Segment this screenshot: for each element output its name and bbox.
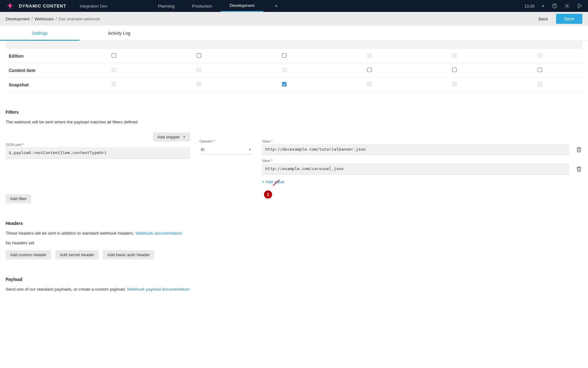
checkbox[interactable] bbox=[452, 68, 457, 72]
add-snippet-button[interactable]: Add snippet ▼ bbox=[153, 132, 190, 142]
nav-more[interactable]: ▼ bbox=[263, 0, 282, 12]
top-right: 13:20 ▼ bbox=[525, 3, 588, 9]
tab-activity-log[interactable]: Activity Log bbox=[79, 26, 159, 40]
filters-title: Filters bbox=[6, 110, 582, 115]
checkbox-disabled bbox=[452, 53, 457, 58]
operator-select[interactable]: In ▼ bbox=[200, 144, 253, 155]
no-headers-text: No headers set bbox=[6, 241, 582, 245]
filters-desc: The webhook will be sent where the paylo… bbox=[6, 120, 582, 124]
row-label: Snapshot bbox=[6, 78, 71, 92]
checkbox-disabled bbox=[367, 82, 372, 86]
webhook-doc-link[interactable]: Webhook documentation bbox=[135, 231, 182, 236]
hub-name[interactable]: Integration Dev bbox=[72, 4, 115, 8]
brand-logo-icon bbox=[6, 2, 14, 10]
crumb-current: Doc example webhook bbox=[59, 17, 100, 21]
value-input-2[interactable] bbox=[262, 163, 569, 174]
checkbox-disabled bbox=[538, 82, 542, 86]
checkbox-checked[interactable] bbox=[282, 82, 286, 86]
logo-area: DYNAMIC CONTENT bbox=[0, 0, 72, 12]
checkbox-disabled bbox=[112, 82, 116, 86]
trash-icon[interactable] bbox=[575, 166, 582, 173]
crumb-dev[interactable]: Development bbox=[6, 17, 30, 21]
logout-icon[interactable] bbox=[577, 3, 582, 9]
checkbox-disabled bbox=[112, 68, 116, 72]
trigger-row-edition: Edition bbox=[6, 49, 582, 63]
headers-title: Headers bbox=[6, 221, 582, 226]
headers-desc: These headers will be sent in addition t… bbox=[6, 231, 582, 236]
json-path-input[interactable] bbox=[6, 147, 190, 158]
trigger-table: ...... Edition Content item Snapshot bbox=[6, 41, 582, 92]
content: ...... Edition Content item Snapshot bbox=[0, 41, 588, 310]
trash-icon[interactable] bbox=[575, 146, 582, 153]
checkbox-disabled bbox=[367, 53, 372, 58]
annotation-badge: 1 bbox=[264, 190, 272, 199]
add-custom-header-button[interactable]: Add custom header bbox=[6, 250, 51, 259]
save-button[interactable]: Save bbox=[556, 14, 582, 24]
sub-tabs: Settings Activity Log bbox=[0, 26, 588, 41]
trigger-row-content-item: Content item bbox=[6, 63, 582, 78]
filter-value-col: Value * Value * + Add value 1 bbox=[262, 139, 582, 184]
add-filter-button[interactable]: Add filter bbox=[6, 194, 31, 203]
row-label: Edition bbox=[6, 49, 71, 63]
tab-settings[interactable]: Settings bbox=[0, 26, 79, 40]
add-value-link[interactable]: + Add value bbox=[262, 179, 284, 184]
nav-production[interactable]: Production bbox=[183, 0, 221, 12]
add-basic-auth-header-button[interactable]: Add basic auth header bbox=[103, 250, 154, 259]
help-icon[interactable] bbox=[552, 3, 557, 9]
payload-desc: Send one of our standard payloads, or cr… bbox=[6, 287, 582, 292]
headers-desc-text: These headers will be sent in addition t… bbox=[6, 231, 135, 236]
chevron-down-icon[interactable]: ▼ bbox=[541, 4, 545, 8]
clock-time: 13:20 bbox=[525, 4, 535, 8]
row-label: Content item bbox=[6, 63, 71, 78]
checkbox[interactable] bbox=[538, 68, 542, 72]
checkbox[interactable] bbox=[282, 53, 286, 58]
back-button[interactable]: Back bbox=[539, 17, 548, 21]
svg-marker-0 bbox=[7, 3, 13, 9]
checkbox-disabled bbox=[197, 68, 201, 72]
checkbox[interactable] bbox=[197, 53, 201, 58]
value-row: Value * bbox=[262, 139, 582, 155]
trigger-row-snapshot: Snapshot bbox=[6, 78, 582, 92]
payload-desc-text: Send one of our standard payloads, or cr… bbox=[6, 287, 127, 292]
checkbox[interactable] bbox=[112, 53, 116, 58]
checkbox-disabled bbox=[282, 68, 286, 72]
crumb-webhooks[interactable]: Webhooks bbox=[35, 17, 54, 21]
svg-point-3 bbox=[566, 5, 568, 7]
brand-text: DYNAMIC CONTENT bbox=[19, 3, 66, 8]
nav-planning[interactable]: Planning bbox=[149, 0, 183, 12]
value-label: Value * bbox=[262, 139, 569, 143]
add-secret-header-button[interactable]: Add secret header bbox=[55, 250, 99, 259]
operator-value: In bbox=[201, 147, 205, 152]
main-nav: Planning Production Development ▼ bbox=[149, 0, 282, 12]
value-label: Value * bbox=[262, 159, 569, 163]
trigger-head-row: ...... bbox=[6, 41, 582, 49]
value-input-1[interactable] bbox=[262, 144, 569, 155]
checkbox-disabled bbox=[197, 82, 201, 86]
add-snippet-label: Add snippet bbox=[157, 135, 180, 139]
chevron-down-icon: ▼ bbox=[275, 4, 278, 8]
json-path-label: JSON path * bbox=[6, 143, 190, 147]
chevron-down-icon: ▼ bbox=[248, 148, 251, 151]
filter-block: Add snippet ▼ JSON path * Operator * In … bbox=[6, 132, 582, 184]
top-header: DYNAMIC CONTENT Integration Dev Planning… bbox=[0, 0, 588, 12]
nav-development[interactable]: Development bbox=[221, 0, 263, 12]
value-row: Value * bbox=[262, 159, 582, 174]
operator-label: Operator * bbox=[200, 139, 253, 143]
svg-point-2 bbox=[554, 7, 555, 7]
chevron-down-icon: ▼ bbox=[183, 135, 186, 139]
crumb-sep: / bbox=[56, 16, 57, 21]
checkbox[interactable] bbox=[367, 68, 372, 72]
crumb-sep: / bbox=[32, 16, 33, 21]
payload-doc-link[interactable]: Webhook payload documentation bbox=[127, 287, 190, 292]
filter-json-col: Add snippet ▼ JSON path * bbox=[6, 132, 190, 158]
gear-icon[interactable] bbox=[564, 3, 570, 9]
checkbox-disabled bbox=[452, 82, 457, 86]
payload-title: Payload bbox=[6, 277, 582, 282]
filter-op-col: Operator * In ▼ bbox=[200, 139, 253, 155]
checkbox-disabled bbox=[538, 53, 542, 58]
breadcrumb-bar: Development / Webhooks / Doc example web… bbox=[0, 12, 588, 26]
